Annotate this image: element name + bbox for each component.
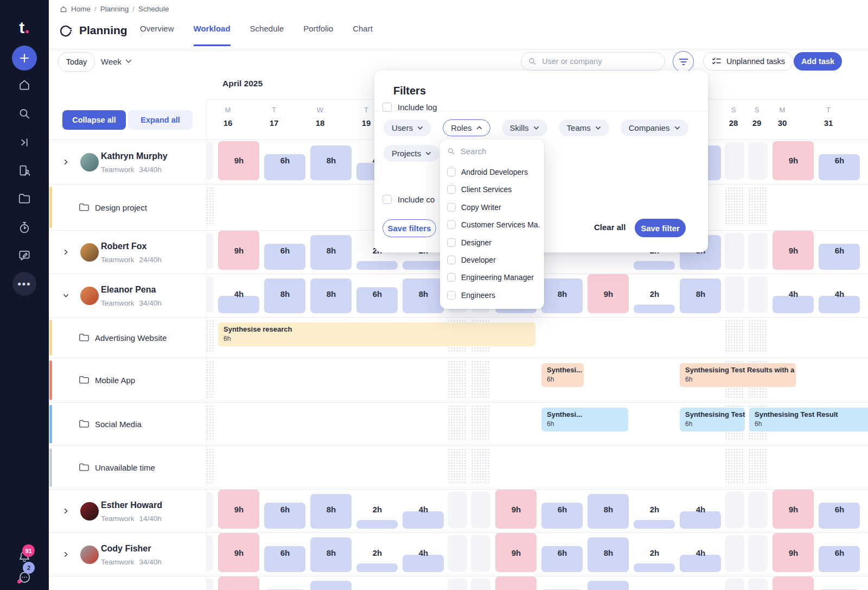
- workload-bar[interactable]: [356, 520, 398, 529]
- task-bar[interactable]: Synthesi...6h: [541, 363, 584, 387]
- home-icon[interactable]: [60, 5, 67, 13]
- checkbox[interactable]: [447, 256, 456, 264]
- workload-bar[interactable]: [495, 576, 537, 590]
- roles-option[interactable]: Engineering Manager: [447, 273, 540, 282]
- filter-pill-teams[interactable]: Teams: [559, 119, 609, 136]
- day-header-16[interactable]: M16: [216, 106, 240, 128]
- project-name[interactable]: Advertising Website: [95, 333, 167, 342]
- row-expander[interactable]: [63, 551, 69, 557]
- day-header-18[interactable]: W18: [308, 106, 332, 128]
- week-view-select[interactable]: Week: [101, 52, 132, 71]
- unplanned-tasks-button[interactable]: Unplanned tasks: [703, 52, 794, 71]
- message-edit-icon[interactable]: [17, 249, 31, 263]
- include-completed-option[interactable]: Include co: [382, 195, 435, 204]
- search-nav-icon[interactable]: [18, 107, 31, 120]
- day-header-30[interactable]: M30: [770, 106, 794, 128]
- workload-bar[interactable]: [773, 576, 814, 590]
- checkbox[interactable]: [447, 203, 456, 212]
- save-filter-button[interactable]: Save filter: [635, 219, 686, 237]
- checkbox[interactable]: [447, 220, 456, 229]
- user-search-field[interactable]: [521, 52, 665, 71]
- task-bar[interactable]: Synthesising Test6h: [680, 408, 745, 432]
- expand-all-button[interactable]: Expand all: [128, 110, 193, 130]
- filter-pill-users[interactable]: Users: [384, 119, 431, 136]
- roles-option[interactable]: Designer: [447, 238, 540, 247]
- checkbox[interactable]: [447, 168, 456, 176]
- workload-bar[interactable]: [634, 261, 675, 270]
- project-name[interactable]: Social Media: [95, 420, 142, 429]
- breadcrumb-home[interactable]: Home: [71, 5, 91, 13]
- row-expander[interactable]: [63, 249, 69, 255]
- day-header-17[interactable]: T17: [262, 106, 286, 128]
- checkbox[interactable]: [447, 185, 456, 194]
- tab-overview[interactable]: Overview: [140, 24, 174, 46]
- tab-chart[interactable]: Chart: [353, 24, 373, 46]
- timer-nav-icon[interactable]: [17, 220, 31, 235]
- workload-bar[interactable]: [218, 576, 259, 590]
- roles-option[interactable]: Copy Writer: [447, 203, 540, 212]
- tab-workload[interactable]: Workload: [194, 24, 231, 46]
- filter-pill-skills[interactable]: Skills: [502, 119, 547, 136]
- workload-bar[interactable]: [634, 304, 675, 313]
- checkbox[interactable]: [447, 273, 456, 282]
- row-expander[interactable]: [63, 293, 69, 299]
- filter-button[interactable]: [673, 51, 694, 72]
- day-header-28[interactable]: S28: [724, 106, 743, 128]
- project-name[interactable]: Unavailable time: [95, 463, 155, 472]
- roles-option[interactable]: Customer Services Ma...: [447, 220, 540, 229]
- task-bar[interactable]: Synthesising Test Result6h: [749, 408, 868, 432]
- collapse-all-button[interactable]: Collapse all: [62, 110, 126, 130]
- roles-option[interactable]: Engineers: [447, 291, 540, 300]
- person-name[interactable]: Kathryn Murphy: [101, 151, 168, 161]
- task-bar[interactable]: Synthesi...6h: [541, 408, 628, 432]
- expand-panel-icon[interactable]: [18, 136, 31, 149]
- projects-folder-icon[interactable]: [17, 192, 31, 205]
- checkbox[interactable]: [382, 103, 392, 112]
- workload-bar[interactable]: [356, 261, 398, 270]
- task-bar[interactable]: Synthesise research6h: [218, 322, 535, 346]
- roles-search-field[interactable]: [447, 146, 537, 156]
- workload-bar[interactable]: [356, 563, 398, 572]
- today-button[interactable]: Today: [58, 52, 95, 72]
- include-logged-option[interactable]: Include log: [382, 103, 437, 112]
- workload-bar[interactable]: [403, 261, 444, 270]
- teamwork-logo[interactable]: t.: [19, 16, 29, 37]
- filter-pill-companies[interactable]: Companies: [621, 119, 688, 136]
- breadcrumb-schedule[interactable]: Schedule: [138, 5, 169, 13]
- breadcrumb-planning[interactable]: Planning: [100, 5, 129, 13]
- person-name[interactable]: Cody Fisher: [101, 544, 151, 554]
- person-name[interactable]: Esther Howard: [101, 500, 162, 510]
- roles-option[interactable]: Developer: [447, 256, 540, 264]
- workload-bar[interactable]: [634, 520, 675, 529]
- roles-option[interactable]: Client Services: [447, 185, 540, 194]
- tab-portfolio[interactable]: Portfolio: [303, 24, 333, 46]
- add-task-button[interactable]: Add task: [794, 52, 842, 71]
- workload-bar[interactable]: [310, 581, 352, 590]
- row-expander[interactable]: [63, 508, 69, 514]
- workload-bar[interactable]: [588, 581, 629, 590]
- person-name[interactable]: Robert Fox: [101, 242, 146, 251]
- search-input[interactable]: [541, 56, 658, 66]
- workload-bar[interactable]: [634, 563, 675, 572]
- checkbox[interactable]: [382, 195, 392, 204]
- checkbox[interactable]: [447, 291, 456, 300]
- clear-all-button[interactable]: Clear all: [594, 223, 626, 232]
- day-header-31[interactable]: T31: [816, 106, 840, 128]
- filter-pill-roles[interactable]: Roles: [443, 119, 490, 136]
- roles-option[interactable]: Android Developers: [447, 168, 540, 176]
- day-header-29[interactable]: S29: [747, 106, 767, 128]
- quick-add-button[interactable]: [12, 46, 37, 71]
- roles-search-input[interactable]: [459, 146, 532, 156]
- row-expander[interactable]: [63, 159, 69, 165]
- project-name[interactable]: Mobile App: [95, 376, 135, 385]
- person-name[interactable]: Eleanor Pena: [101, 285, 156, 295]
- checkbox[interactable]: [447, 238, 456, 247]
- save-filters-button[interactable]: Save filters: [382, 219, 436, 237]
- tab-schedule[interactable]: Schedule: [250, 24, 284, 46]
- more-apps-button[interactable]: •••: [12, 272, 36, 296]
- project-name[interactable]: Design project: [95, 203, 147, 212]
- home-nav-icon[interactable]: [18, 78, 31, 92]
- people-nav-icon[interactable]: [17, 163, 31, 177]
- filter-pill-projects[interactable]: Projects: [384, 145, 439, 162]
- task-bar[interactable]: Synthesising Test Results with a real...…: [680, 363, 796, 387]
